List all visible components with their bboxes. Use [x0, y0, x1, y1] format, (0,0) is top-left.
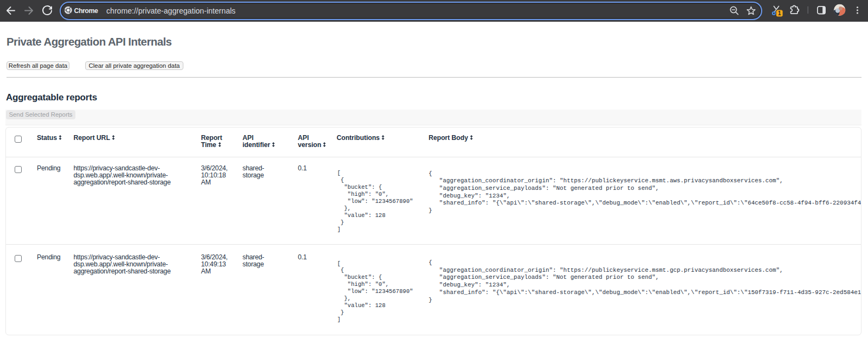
- svg-text:1: 1: [778, 10, 781, 16]
